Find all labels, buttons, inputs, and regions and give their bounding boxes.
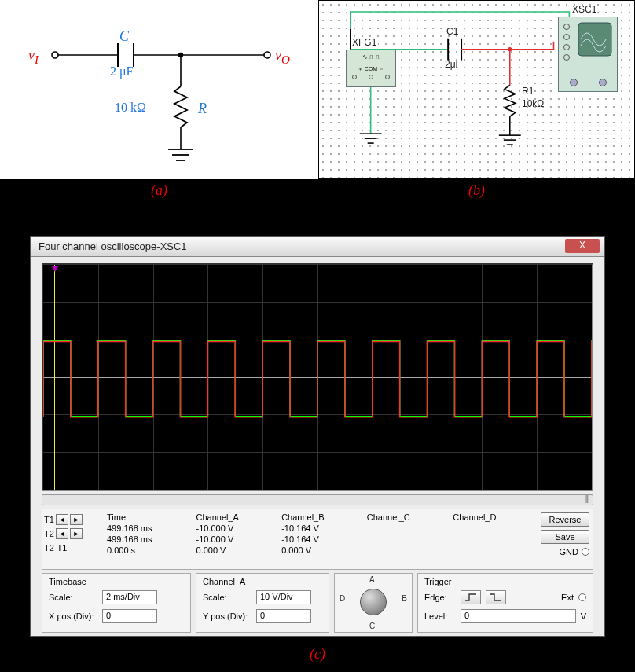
waveform-svg (43, 265, 592, 491)
xfg1-instrument[interactable]: ∿ ⎍ ⎍ ＋ COM － (346, 50, 396, 87)
c1-name: C1 (446, 26, 458, 37)
panel-b-schematic: ∿ ⎍ ⎍ ＋ COM － XFG1 XSC1 C1 2μF (318, 0, 635, 179)
tb-xpos-label: X pos.(Div): (49, 611, 97, 621)
level-unit: V (581, 611, 586, 621)
title-bar[interactable]: Four channel oscilloscope-XSC1 X (31, 237, 604, 257)
level-label: Level: (424, 611, 456, 621)
t2-right-button[interactable]: ► (70, 528, 83, 539)
xsc1-instrument[interactable] (558, 17, 618, 92)
t1-left-button[interactable]: ◄ (56, 514, 68, 525)
cha-scale-label: Scale: (203, 593, 251, 602)
svg-point-10 (52, 52, 58, 58)
horizontal-scrollbar[interactable] (42, 494, 593, 505)
channel-a-group: Channel_A Scale: 10 V/Div Y pos.(Div): 0 (196, 573, 329, 633)
caption-b: (b) (318, 182, 635, 199)
c-value: 2 μF (110, 64, 133, 79)
cha-ypos-label: Y pos.(Div): (203, 611, 251, 621)
ext-radio[interactable] (578, 593, 586, 601)
t2t1-label: T2-T1 (44, 543, 67, 553)
caption-a: (a) (0, 182, 318, 199)
oscilloscope-window: Four channel oscilloscope-XSC1 X T1 ◄ ► … (30, 236, 605, 637)
panel-a-circuit: vI vO C 2 μF 10 kΩ R (0, 0, 318, 179)
cursor-table: Time Channel_A Channel_B Channel_C Chann… (101, 511, 534, 556)
vo-label: vO (275, 47, 290, 67)
circuit-a-svg (0, 0, 318, 179)
timebase-title: Timebase (49, 577, 184, 586)
tb-scale-label: Scale: (49, 593, 97, 602)
reverse-button[interactable]: Reverse (541, 512, 589, 527)
timebase-scale-input[interactable]: 2 ms/Div (102, 590, 157, 604)
cha-scale-input[interactable]: 10 V/Div (256, 590, 311, 604)
window-title: Four channel oscilloscope-XSC1 (39, 241, 187, 252)
save-button[interactable]: Save (541, 530, 589, 544)
svg-point-11 (264, 52, 270, 58)
vi-label: vI (28, 47, 39, 67)
channel-dial[interactable] (360, 589, 387, 615)
svg-rect-26 (578, 23, 611, 56)
close-button[interactable]: X (565, 239, 600, 253)
t1-label: T1 (44, 515, 54, 524)
cha-ypos-input[interactable]: 0 (256, 609, 311, 623)
r1-name: R1 (522, 86, 534, 97)
r-value: 10 kΩ (115, 101, 146, 115)
trigger-title: Trigger (424, 577, 586, 586)
t2-left-button[interactable]: ◄ (56, 528, 68, 539)
channel-select-group: A B C D (334, 573, 413, 633)
edge-rising-button[interactable] (461, 590, 481, 604)
scope-screen[interactable] (42, 263, 593, 491)
ext-label: Ext (561, 593, 574, 602)
xsc1-label: XSC1 (572, 4, 596, 15)
timebase-xpos-input[interactable]: 0 (102, 609, 157, 623)
edge-falling-button[interactable] (486, 590, 506, 604)
c-label: C (119, 28, 129, 45)
edge-label: Edge: (424, 593, 456, 602)
cha-title: Channel_A (203, 577, 322, 586)
timebase-group: Timebase Scale: 2 ms/Div X pos.(Div): 0 (42, 573, 191, 633)
trigger-level-input[interactable]: 0 (461, 609, 576, 623)
cursor-data-panel: T1 ◄ ► T2 ◄ ► T2-T1 Time Channel_A Chann… (42, 509, 593, 570)
r-label: R (198, 101, 207, 117)
gnd-radio[interactable] (582, 548, 589, 556)
r1-value: 10kΩ (522, 98, 544, 109)
xfg1-label: XFG1 (351, 37, 378, 48)
t2-label: T2 (44, 529, 54, 538)
c1-value: 2μF (445, 59, 461, 70)
gnd-label: GND (560, 547, 578, 556)
caption-c: (c) (0, 646, 635, 663)
trigger-group: Trigger Edge: Ext Level: 0 V (417, 573, 593, 633)
t1-right-button[interactable]: ► (70, 514, 83, 525)
